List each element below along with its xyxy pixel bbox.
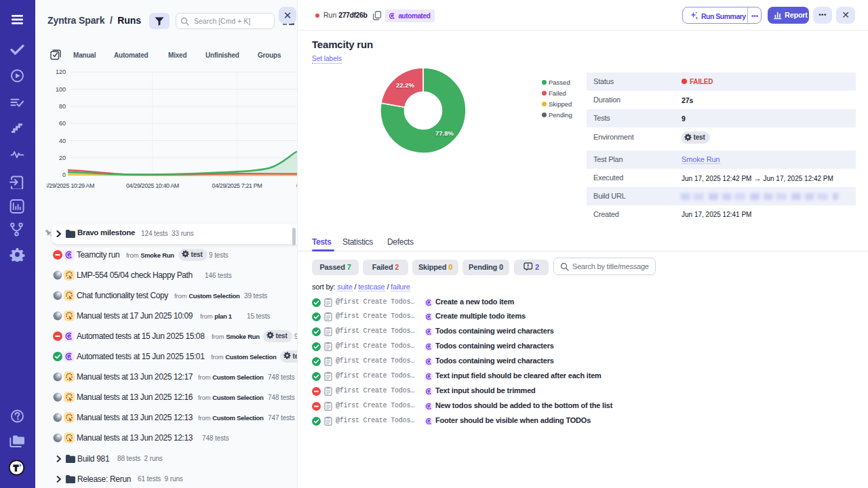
svg-text:04/29/2025 10:40 AM: 04/29/2025 10:40 AM	[126, 182, 179, 189]
svg-text:20: 20	[59, 155, 66, 161]
svg-text:04/29/2025 7:21 PM: 04/29/2025 7:21 PM	[212, 182, 262, 189]
svg-text:40: 40	[59, 138, 66, 144]
svg-text:120: 120	[56, 68, 66, 75]
svg-text:0: 0	[62, 171, 66, 178]
svg-text:04/29/2025 7:22 PM: 04/29/2025 7:22 PM	[296, 182, 297, 189]
svg-text:04/29/2025 10:29 AM: 04/29/2025 10:29 AM	[47, 182, 94, 189]
svg-text:100: 100	[56, 86, 66, 93]
svg-text:80: 80	[59, 103, 66, 110]
svg-text:60: 60	[59, 120, 66, 127]
